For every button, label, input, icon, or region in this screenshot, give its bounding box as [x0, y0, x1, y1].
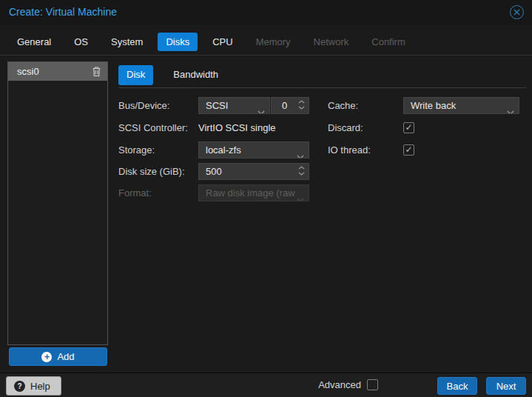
- help-button[interactable]: ? Help: [6, 376, 61, 396]
- help-button-label: Help: [30, 381, 50, 392]
- discard-label: Discard:: [328, 119, 363, 136]
- trash-icon[interactable]: [92, 66, 101, 77]
- tab-cpu[interactable]: CPU: [204, 33, 240, 51]
- row-storage-iothread: Storage: local-zfs IO thread:: [118, 141, 526, 159]
- plus-icon: +: [41, 352, 52, 362]
- next-button-label: Next: [496, 381, 516, 392]
- storage-label: Storage:: [118, 141, 155, 159]
- create-vm-dialog: Create: Virtual Machine General OS Syste…: [0, 0, 532, 397]
- tab-general[interactable]: General: [9, 33, 59, 51]
- cache-select[interactable]: Write back: [403, 97, 519, 114]
- storage-select[interactable]: local-zfs: [198, 141, 309, 159]
- row-format: Format: Raw disk image (raw: [118, 184, 526, 201]
- advanced-label: Advanced: [318, 379, 361, 390]
- tab-confirm: Confirm: [363, 33, 414, 51]
- bus-device-label: Bus/Device:: [118, 97, 169, 114]
- io-thread-checkbox[interactable]: [403, 144, 414, 156]
- bus-select[interactable]: SCSI: [198, 97, 270, 114]
- tab-system[interactable]: System: [103, 33, 151, 51]
- disk-size-input[interactable]: 500: [198, 163, 309, 180]
- disk-size-label: Disk size (GiB):: [118, 163, 185, 180]
- chevron-down-icon: [297, 191, 304, 201]
- close-icon[interactable]: [510, 5, 524, 19]
- disk-list-panel: scsi0: [7, 61, 108, 345]
- scsi-controller-value: VirtIO SCSI single: [198, 119, 276, 136]
- spinner-arrows-icon[interactable]: [298, 166, 305, 176]
- add-button[interactable]: + Add: [9, 347, 107, 366]
- discard-checkbox[interactable]: [403, 122, 414, 133]
- chevron-down-icon: [257, 104, 265, 114]
- row-controller-discard: SCSI Controller: VirtIO SCSI single Disc…: [118, 119, 526, 136]
- disk-item-label: scsi0: [17, 66, 92, 77]
- disk-tab-strip: Disk Bandwidth: [118, 65, 226, 85]
- dialog-title: Create: Virtual Machine: [9, 0, 117, 24]
- chevron-down-icon: [507, 104, 514, 114]
- io-thread-label: IO thread:: [328, 141, 371, 159]
- format-label: Format:: [118, 184, 152, 201]
- next-button[interactable]: Next: [486, 377, 526, 395]
- device-number-input[interactable]: 0: [271, 97, 309, 114]
- chevron-down-icon: [297, 148, 304, 159]
- scsi-controller-label: SCSI Controller:: [118, 119, 188, 136]
- format-select: Raw disk image (raw: [198, 184, 309, 201]
- tab-divider: [118, 87, 526, 88]
- tab-memory: Memory: [248, 33, 299, 51]
- back-button[interactable]: Back: [437, 377, 477, 395]
- advanced-toggle: Advanced: [318, 379, 378, 390]
- tab-network: Network: [306, 33, 357, 51]
- add-button-label: Add: [57, 351, 74, 362]
- help-icon: ?: [14, 381, 25, 392]
- footer-bar: ? Help Advanced Back Next: [0, 373, 532, 397]
- tab-bandwidth[interactable]: Bandwidth: [165, 65, 226, 85]
- spinner-arrows-icon[interactable]: [298, 100, 305, 110]
- tab-disk[interactable]: Disk: [118, 65, 153, 85]
- back-button-label: Back: [447, 381, 468, 392]
- cache-label: Cache:: [328, 97, 358, 114]
- disk-list-item-scsi0[interactable]: scsi0: [8, 62, 107, 81]
- wizard-tab-strip: General OS System Disks CPU Memory Netwo…: [9, 30, 526, 53]
- content-area: scsi0 + Add Disk Bandwidth Bus/Device: S…: [0, 55, 532, 373]
- tab-disks[interactable]: Disks: [158, 33, 198, 51]
- row-disk-size: Disk size (GiB): 500: [118, 163, 526, 180]
- tab-os[interactable]: OS: [66, 33, 96, 51]
- advanced-checkbox[interactable]: [367, 379, 378, 390]
- row-bus-cache: Bus/Device: SCSI 0 Cache: Write back: [118, 97, 526, 114]
- title-bar: Create: Virtual Machine: [0, 0, 532, 24]
